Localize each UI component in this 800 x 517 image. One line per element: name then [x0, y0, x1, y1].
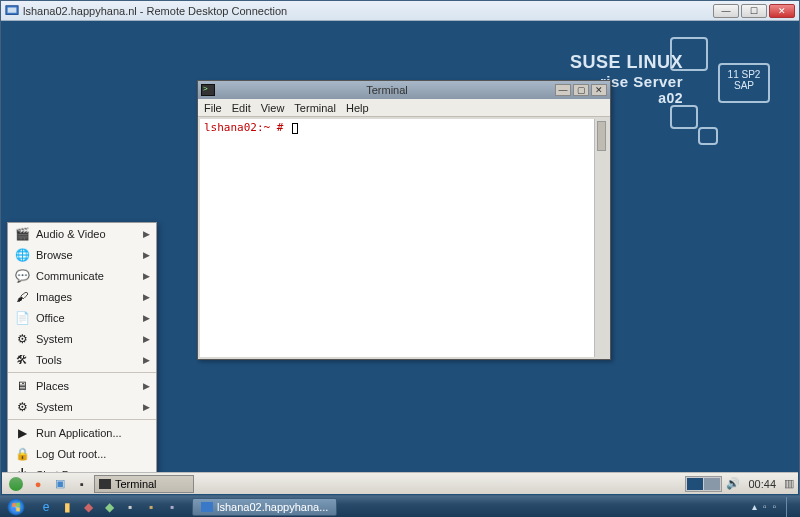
rdp-icon: [5, 4, 19, 18]
menu-terminal[interactable]: Terminal: [294, 102, 336, 114]
menu-file[interactable]: File: [204, 102, 222, 114]
terminal-launcher[interactable]: ▪: [72, 475, 92, 493]
menu-item-label: Audio & Video: [36, 228, 143, 240]
ql-app2[interactable]: ◆: [99, 498, 119, 516]
menu-item-log-out-root[interactable]: 🔒Log Out root...: [8, 443, 156, 464]
app-icon: ▪: [128, 500, 132, 514]
menu-item-system[interactable]: ⚙System▶: [8, 396, 156, 417]
app-icon: ◆: [84, 500, 93, 514]
decor-box: [670, 105, 698, 129]
tray-volume-icon[interactable]: ▫: [772, 501, 776, 512]
workspace-2[interactable]: [704, 478, 720, 490]
app-icon: ▪: [149, 500, 153, 514]
taskbar-entry-terminal[interactable]: Terminal: [94, 475, 194, 493]
rdp-title: lshana02.happyhana.nl - Remote Desktop C…: [23, 5, 713, 17]
workspace-1[interactable]: [687, 478, 703, 490]
task-terminal-icon: [99, 479, 111, 489]
terminal-icon: [201, 84, 215, 96]
submenu-arrow-icon: ▶: [143, 334, 150, 344]
folder-icon: ▣: [55, 477, 65, 490]
ql-app1[interactable]: ◆: [78, 498, 98, 516]
terminal-cursor: [292, 123, 298, 134]
menu-item-label: Browse: [36, 249, 143, 261]
firefox-icon: ●: [35, 478, 42, 490]
menu-item-browse[interactable]: 🌐Browse▶: [8, 244, 156, 265]
menu-item-tools[interactable]: 🛠Tools▶: [8, 349, 156, 370]
menu-help[interactable]: Help: [346, 102, 369, 114]
menu-item-icon: 🛠: [14, 352, 30, 368]
terminal-titlebar[interactable]: Terminal — ▢ ✕: [198, 81, 610, 99]
ql-ie[interactable]: e: [36, 498, 56, 516]
scrollbar-thumb[interactable]: [597, 121, 606, 151]
branding-line1: SUSE LINUX: [570, 52, 683, 73]
menu-item-icon: 📄: [14, 310, 30, 326]
maximize-button[interactable]: ☐: [741, 4, 767, 18]
terminal-menubar: File Edit View Terminal Help: [198, 99, 610, 117]
terminal-scrollbar[interactable]: [594, 119, 608, 357]
menu-item-label: Log Out root...: [36, 448, 150, 460]
ql-explorer[interactable]: ▮: [57, 498, 77, 516]
suse-icon: [9, 477, 23, 491]
rdp-window-controls: — ☐ ✕: [713, 4, 795, 18]
terminal-body[interactable]: lshana02:~ #: [200, 119, 608, 357]
rdp-window: lshana02.happyhana.nl - Remote Desktop C…: [0, 0, 800, 496]
menu-item-system[interactable]: ⚙System▶: [8, 328, 156, 349]
computer-menu-button[interactable]: [6, 475, 26, 493]
tray-network-icon[interactable]: ▫: [763, 501, 767, 512]
menu-item-images[interactable]: 🖌Images▶: [8, 286, 156, 307]
badge-line2: SAP: [734, 80, 754, 91]
quick-launch: e ▮ ◆ ◆ ▪ ▪ ▪: [32, 498, 186, 516]
firefox-launcher[interactable]: ●: [28, 475, 48, 493]
menu-item-label: Run Application...: [36, 427, 150, 439]
close-button[interactable]: ✕: [769, 4, 795, 18]
submenu-arrow-icon: ▶: [143, 292, 150, 302]
submenu-arrow-icon: ▶: [143, 250, 150, 260]
show-desktop-button[interactable]: [786, 497, 794, 517]
menu-separator: [8, 419, 156, 420]
menu-item-icon: 🖌: [14, 289, 30, 305]
menu-item-icon: 🎬: [14, 226, 30, 242]
minimize-button[interactable]: —: [713, 4, 739, 18]
show-desktop-icon[interactable]: ▥: [784, 477, 794, 490]
menu-item-label: Tools: [36, 354, 143, 366]
app-icon: ◆: [105, 500, 114, 514]
menu-item-label: Images: [36, 291, 143, 303]
menu-item-label: Communicate: [36, 270, 143, 282]
menu-edit[interactable]: Edit: [232, 102, 251, 114]
terminal-minimize-button[interactable]: —: [555, 84, 571, 96]
explorer-icon: ▮: [64, 500, 71, 514]
workspace-pager[interactable]: [685, 476, 722, 492]
taskbar-entry-rdp[interactable]: lshana02.happyhana...: [192, 498, 337, 516]
menu-item-audio-video[interactable]: 🎬Audio & Video▶: [8, 223, 156, 244]
linux-taskbar: ● ▣ ▪ Terminal 🔊 00:44 ▥: [2, 472, 798, 494]
tray-chevron-icon[interactable]: ▴: [752, 501, 757, 512]
ql-app3[interactable]: ▪: [120, 498, 140, 516]
volume-icon[interactable]: 🔊: [726, 477, 740, 490]
terminal-maximize-button[interactable]: ▢: [573, 84, 589, 96]
terminal-close-button[interactable]: ✕: [591, 84, 607, 96]
linux-desktop[interactable]: 11 SP2 SAP SUSE LINUX rise Server a02 Te…: [2, 22, 798, 494]
menu-item-places[interactable]: 🖥Places▶: [8, 375, 156, 396]
submenu-arrow-icon: ▶: [143, 402, 150, 412]
menu-item-label: Places: [36, 380, 143, 392]
menu-item-office[interactable]: 📄Office▶: [8, 307, 156, 328]
windows-tray: ▴ ▫ ▫: [752, 497, 800, 517]
terminal-prompt: lshana02:~ #: [204, 121, 283, 134]
start-button[interactable]: [0, 496, 32, 517]
menu-item-icon: ▶: [14, 425, 30, 441]
menu-item-icon: 💬: [14, 268, 30, 284]
ql-app4[interactable]: ▪: [141, 498, 161, 516]
app-icon: ▪: [170, 500, 174, 514]
file-manager-launcher[interactable]: ▣: [50, 475, 70, 493]
menu-view[interactable]: View: [261, 102, 285, 114]
clock[interactable]: 00:44: [744, 478, 780, 490]
menu-item-label: System: [36, 401, 143, 413]
rdp-titlebar[interactable]: lshana02.happyhana.nl - Remote Desktop C…: [1, 1, 799, 21]
menu-item-communicate[interactable]: 💬Communicate▶: [8, 265, 156, 286]
menu-item-icon: 🔒: [14, 446, 30, 462]
ql-app5[interactable]: ▪: [162, 498, 182, 516]
linux-tray: 🔊 00:44 ▥: [685, 476, 794, 492]
terminal-window[interactable]: Terminal — ▢ ✕ File Edit View Terminal H…: [197, 80, 611, 360]
menu-item-run-application[interactable]: ▶Run Application...: [8, 422, 156, 443]
submenu-arrow-icon: ▶: [143, 313, 150, 323]
